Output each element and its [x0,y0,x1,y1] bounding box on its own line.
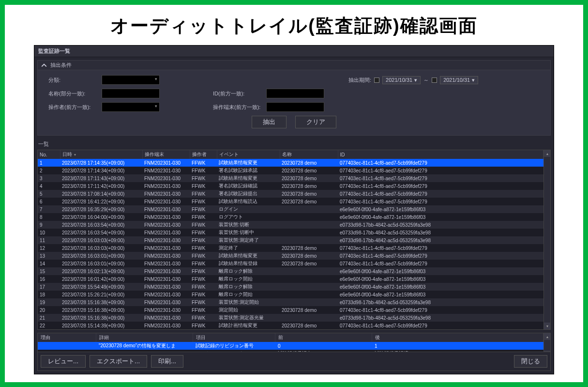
close-button[interactable]: 閉じる [514,355,547,368]
app-window: 監査証跡一覧 抽出条件 分類: 抽出期間: [34,45,554,374]
col-no[interactable]: No. [38,150,60,159]
category-select[interactable] [102,75,160,85]
chevron-down-icon: ▾ [472,77,475,83]
table-row[interactable]: 52023/07/28 17:08:14(+09:00)FNM202301-03… [38,190,543,198]
table-row[interactable]: 102023/07/28 16:03:54(+09:00)FNM202301-0… [38,229,543,236]
bottom-bar: レビュー... エクスポート... 印刷... 閉じる [37,352,551,371]
id-input[interactable] [266,89,324,98]
table-row[interactable]: 22023/07/28 17:14:34(+09:00)FNM202301-03… [38,167,543,174]
date-sep: ～ [423,77,429,84]
table-row[interactable]: 62023/07/28 16:41:22(+09:00)FNM202301-03… [38,198,543,205]
window-titlebar: 監査証跡一覧 [34,46,554,57]
page-title: オーディットトレイル(監査証跡)確認画面 [5,5,583,45]
date-to-picker[interactable]: 2021/10/31▾ [440,76,478,84]
table-row[interactable]: 82023/07/28 16:04:00(+09:00)FNM202301-03… [38,213,543,221]
table-row[interactable]: 182023/07/28 15:26:21(+09:00)FNM202301-0… [38,291,543,298]
col-after[interactable]: 後 [372,333,543,342]
detail-header-row[interactable]: 理由 詳細 項目 前 後 [38,333,543,342]
col-event[interactable]: イベント [217,150,280,159]
table-row[interactable]: 212023/07/28 15:16:38(+09:00)FNM202301-0… [38,314,543,322]
extract-button[interactable]: 抽出 [252,116,286,128]
grid-scrollbar[interactable]: ▴ ▾ [543,150,550,329]
col-terminal[interactable]: 操作端末 [142,150,190,159]
col-datetime[interactable]: 日時 [60,150,142,159]
terminal-input[interactable] [266,102,324,112]
terminal-label: 操作端末(前方一致): [213,104,266,111]
table-row[interactable]: 132023/07/28 16:03:01(+09:00)FNM202301-0… [38,252,543,260]
table-row[interactable]: 222023/07/28 15:14:39(+09:00)FNM202301-0… [38,322,543,329]
chevron-up-icon[interactable] [41,62,47,69]
date-from-picker[interactable]: 2021/10/31▾ [382,76,421,84]
category-label: 分類: [48,77,102,84]
operator-select[interactable] [102,102,160,112]
scroll-down-icon[interactable]: ▾ [544,323,550,329]
date-to-checkbox[interactable] [432,77,437,83]
id-label: ID(前方一致): [213,90,266,97]
detail-row[interactable]: "20230728 demo"の情報を変更しま試験記録のリビジョン番号01 [38,342,543,350]
audit-grid: No. 日時 操作端末 操作者 イベント 名称 ID 12023/07/28 1… [37,150,551,330]
clear-button[interactable]: クリア [295,116,336,128]
col-operator[interactable]: 操作者 [190,150,217,159]
name-label: 名称(部分一致): [48,90,102,97]
review-button[interactable]: レビュー... [41,355,86,368]
table-row[interactable]: 122023/07/28 16:03:03(+09:00)FNM202301-0… [38,244,543,252]
date-from-checkbox[interactable] [374,77,379,83]
chevron-down-icon: ▾ [414,77,417,83]
table-row[interactable]: 72023/07/28 16:35:29(+09:00)FNM202301-03… [38,205,543,213]
filter-header[interactable]: 抽出条件 [38,61,550,70]
list-label: 一覧 [37,139,551,150]
table-row[interactable]: 42023/07/28 17:11:42(+09:00)FNM202301-03… [38,182,543,190]
export-button[interactable]: エクスポート... [90,355,147,368]
col-id[interactable]: ID [338,150,543,159]
col-detail[interactable]: 詳細 [96,333,193,342]
filter-panel: 抽出条件 分類: 抽出期間: 2021/10/31▾ ～ [37,60,551,136]
grid-header-row[interactable]: No. 日時 操作端末 操作者 イベント 名称 ID [38,150,543,159]
scroll-up-icon[interactable]: ▴ [544,150,550,157]
operator-label: 操作者(前方一致): [48,104,102,111]
table-row[interactable]: 32023/07/28 17:11:43(+09:00)FNM202301-03… [38,174,543,182]
table-row[interactable]: 202023/07/28 15:16:38(+09:00)FNM202301-0… [38,306,543,314]
table-row[interactable]: 162023/07/28 16:01:42(+09:00)FNM202301-0… [38,275,543,283]
period-label: 抽出期間: [348,77,371,84]
col-reason[interactable]: 理由 [38,333,96,342]
col-item[interactable]: 項目 [193,333,275,342]
table-row[interactable]: 172023/07/28 15:54:49(+09:00)FNM202301-0… [38,283,543,291]
print-button[interactable]: 印刷... [151,355,183,368]
table-row[interactable]: 192023/07/28 15:16:38(+09:00)FNM202301-0… [38,298,543,306]
table-row[interactable]: 142023/07/28 16:03:01(+09:00)FNM202301-0… [38,260,543,267]
col-before[interactable]: 前 [275,333,372,342]
col-name[interactable]: 名称 [280,150,338,159]
table-row[interactable]: 112023/07/28 16:03:03(+09:00)FNM202301-0… [38,236,543,244]
scroll-up-icon[interactable]: ▴ [544,333,550,340]
name-input[interactable] [102,89,160,98]
table-row[interactable]: 12023/07/28 17:14:35(+09:00)FNM202301-03… [38,159,543,167]
table-row[interactable]: 92023/07/28 16:03:54(+09:00)FNM202301-03… [38,221,543,229]
table-row[interactable]: 152023/07/28 16:02:13(+09:00)FNM202301-0… [38,267,543,275]
filter-header-label: 抽出条件 [50,62,72,69]
